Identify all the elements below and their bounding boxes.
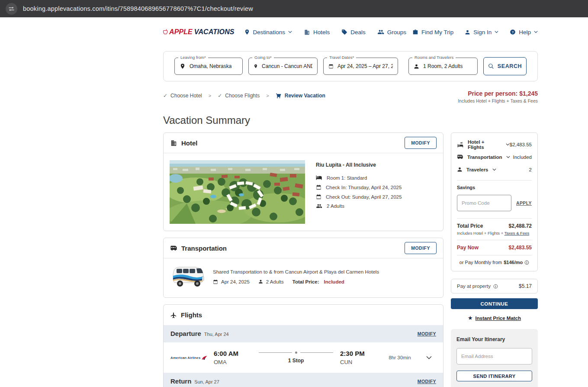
- nav-item-help[interactable]: ? Help: [510, 29, 538, 35]
- chevron-down-icon: [492, 168, 496, 171]
- building-icon: [170, 139, 177, 147]
- total-price-value: $2,488.72: [509, 223, 532, 229]
- nav-label: Help: [519, 29, 531, 35]
- email-itinerary-title: Email Your Itinerary: [456, 336, 532, 342]
- leaving-from-label: Leaving from*: [178, 55, 208, 60]
- info-icon[interactable]: [524, 260, 529, 265]
- calendar-icon: [328, 63, 334, 69]
- price-summary-card: Hotel + Flights $2,483.55 Transportation…: [451, 132, 538, 271]
- bed-icon: [316, 175, 322, 181]
- hotel-room-row: Room 1: Standard: [316, 175, 402, 181]
- leaving-from-field[interactable]: Leaving from* Omaha, Nebraska: [174, 58, 243, 75]
- step-label: Choose Hotel: [170, 93, 202, 99]
- hotel-flights-row: Hotel + Flights $2,483.55: [457, 138, 532, 151]
- transportation-modify-button[interactable]: MODIFY: [405, 242, 437, 254]
- divider: [457, 240, 532, 240]
- nav-item-sign-in[interactable]: Sign In: [465, 29, 498, 35]
- person-icon: [414, 64, 419, 69]
- url-text[interactable]: booking.applevacations.com/itins/7589840…: [23, 5, 253, 12]
- step-choose-hotel[interactable]: ✓ Choose Hotel: [163, 93, 202, 99]
- calendar-icon: [213, 279, 218, 284]
- nav-item-groups[interactable]: Groups: [377, 29, 406, 35]
- main-nav: Destinations Hotels Deals Groups: [244, 29, 406, 35]
- bed-plane-icon: [457, 142, 464, 148]
- flights-card-title-text: Flights: [181, 311, 202, 319]
- return-date: Sun, Apr 27: [194, 379, 219, 384]
- taxes-fees-link[interactable]: Taxes & Fees: [504, 231, 530, 235]
- hotel-photo[interactable]: [170, 160, 305, 224]
- nav-item-find-my-trip[interactable]: Find My Trip: [412, 29, 453, 35]
- hotel-card-title-text: Hotel: [181, 139, 198, 147]
- transportation-description: Shared Transportation to & from Cancun A…: [213, 269, 379, 274]
- step-label: Review Vacation: [285, 93, 325, 99]
- departure-expand-button[interactable]: [421, 356, 436, 360]
- total-price-label: Total Price: [457, 223, 483, 229]
- transportation-card-title: Transportation: [170, 245, 227, 252]
- price-per-person: Price per person: $1,245 Includes Hotel …: [458, 90, 538, 103]
- apple-vacations-logo[interactable]: APPLE VACATIONS: [163, 28, 235, 36]
- airline-name: American Airlines: [170, 356, 200, 360]
- arrival-airport-code: CUN: [340, 359, 378, 365]
- travelers-toggle[interactable]: Travelers: [457, 167, 496, 172]
- transportation-toggle[interactable]: Transportation: [457, 154, 510, 160]
- pay-monthly-prefix: or Pay Monthly from: [459, 260, 502, 265]
- step-choose-flights[interactable]: ✓ Choose Flights: [218, 93, 260, 99]
- departure-time: 6:00 AM: [214, 350, 252, 357]
- departure-date: Thu, Apr 24: [204, 332, 229, 337]
- total-note-prefix: Includes Hotel + Flights +: [457, 231, 504, 235]
- nav-item-hotels[interactable]: Hotels: [304, 29, 330, 35]
- transportation-value: Included: [513, 155, 532, 160]
- send-itinerary-button[interactable]: SEND ITINERARY: [456, 371, 532, 381]
- nav-item-destinations[interactable]: Destinations: [244, 29, 292, 35]
- hotel-card-title: Hotel: [170, 139, 198, 147]
- steps-row: ✓ Choose Hotel > ✓ Choose Flights > Revi…: [163, 90, 538, 103]
- transportation-travelers-text: 2 Adults: [266, 279, 284, 284]
- price-per-person-note: Includes Hotel + Flights + Taxes & Fees: [458, 98, 538, 103]
- departure-modify-link[interactable]: MODIFY: [418, 331, 436, 336]
- pay-at-property-card: Pay at property $5.17: [451, 279, 538, 293]
- transportation-date: Apr 24, 2025: [213, 279, 250, 284]
- rooms-travelers-field[interactable]: Rooms and Travelers 1 Room, 2 Adults: [408, 58, 478, 75]
- hotel-modify-button[interactable]: MODIFY: [405, 137, 437, 149]
- stop-dot: [295, 352, 297, 354]
- pay-monthly-value: $146/mo: [504, 260, 523, 265]
- return-title: Return: [170, 377, 191, 385]
- chevron-down-icon: [506, 156, 510, 158]
- instant-price-match-link[interactable]: Instant Price Match: [476, 316, 521, 321]
- email-address-input[interactable]: [456, 348, 532, 364]
- total-price-note: Includes Hotel + Flights + Taxes & Fees: [457, 231, 532, 235]
- stops-label: 1 Stop: [259, 358, 333, 364]
- search-button[interactable]: SEARCH: [483, 57, 527, 75]
- departure-destination: 2:30 PM CUN: [340, 350, 378, 365]
- hotel-flights-toggle[interactable]: Hotel + Flights: [457, 139, 510, 150]
- transportation-label: Transportation: [467, 155, 502, 160]
- promo-code-input[interactable]: [457, 195, 511, 211]
- divider: [457, 180, 532, 181]
- apply-promo-link[interactable]: APPLY: [516, 200, 532, 206]
- leaving-from-value: Omaha, Nebraska: [190, 63, 231, 69]
- going-to-value: Cancun - Cancun AND Riviera: [262, 63, 312, 69]
- return-modify-link[interactable]: MODIFY: [418, 379, 436, 384]
- travel-dates-field[interactable]: Travel Dates* Apr 24, 2025 – Apr 27, 202…: [323, 58, 398, 75]
- checkout-steps: ✓ Choose Hotel > ✓ Choose Flights > Revi…: [163, 90, 325, 99]
- info-icon[interactable]: [493, 284, 498, 289]
- chevron-down-icon: [495, 31, 498, 33]
- nav-label: Deals: [350, 29, 366, 35]
- tag-icon: [341, 29, 347, 35]
- people-icon: [316, 203, 322, 209]
- site-info-icon[interactable]: [6, 3, 17, 15]
- travelers-label: Travelers: [466, 167, 488, 172]
- return-band: ReturnSun, Apr 27 MODIFY: [164, 373, 443, 387]
- nav-label: Hotels: [313, 29, 330, 35]
- transportation-travelers: 2 Adults: [258, 279, 284, 284]
- nav-item-deals[interactable]: Deals: [341, 29, 366, 35]
- briefcase-icon: [412, 29, 418, 35]
- hotel-flights-label: Hotel + Flights: [468, 139, 502, 150]
- step-review-vacation[interactable]: Review Vacation: [276, 93, 325, 99]
- continue-button[interactable]: CONTINUE: [451, 298, 538, 309]
- flights-card: Flights DepartureThu, Apr 24 MODIFY Amer…: [163, 304, 443, 387]
- plane-icon: [170, 312, 177, 319]
- going-to-field[interactable]: Going to* Cancun - Cancun AND Riviera: [248, 58, 318, 75]
- pay-now-value: $2,483.55: [509, 245, 532, 251]
- search-panel: Leaving from* Omaha, Nebraska Going to* …: [163, 51, 538, 81]
